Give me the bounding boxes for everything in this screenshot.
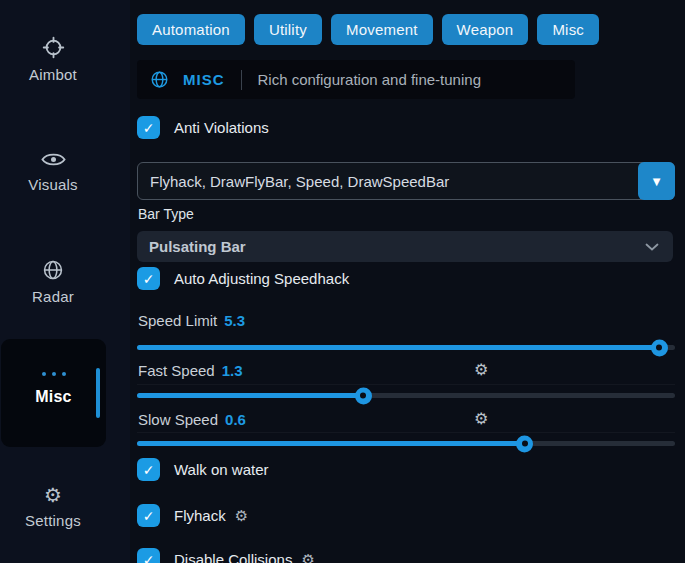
slider-label-row: Speed Limit 5.3 [138, 312, 245, 329]
slider-label-row: Fast Speed 1.3 [138, 362, 243, 379]
section-title: MISC [183, 71, 225, 88]
ellipsis-icon [1, 339, 106, 376]
globe-icon [0, 259, 106, 281]
content-panel: Automation Utility Movement Weapon Misc … [137, 0, 675, 563]
checkbox-checked-icon[interactable]: ✓ [137, 458, 160, 481]
speed-limit-slider[interactable] [137, 345, 675, 350]
slider-label: Fast Speed [138, 362, 215, 379]
checkbox-row-anti-violations[interactable]: ✓ Anti Violations [137, 116, 269, 139]
cheat-menu-window: Aimbot Visuals Radar Mi [0, 0, 685, 563]
select-value: Pulsating Bar [149, 238, 246, 255]
gear-icon: ⚙ [0, 485, 106, 505]
slider-handle[interactable] [651, 339, 668, 356]
sidebar-item-radar[interactable]: Radar [0, 259, 106, 305]
checkbox-label: Flyhack [174, 507, 226, 524]
tab-weapon[interactable]: Weapon [442, 14, 529, 45]
sidebar-item-misc[interactable]: Misc [1, 339, 106, 447]
crosshair-icon [0, 36, 106, 59]
triangle-down-icon: ▼ [653, 176, 661, 187]
sidebar-item-label: Settings [0, 512, 106, 529]
sidebar-item-visuals[interactable]: Visuals [0, 150, 106, 193]
checkbox-row-flyhack[interactable]: ✓ Flyhack ⚙ [137, 504, 248, 527]
sidebar-item-label: Misc [1, 388, 106, 406]
checkbox-label: Walk on water [174, 461, 268, 478]
slider-handle[interactable] [516, 435, 533, 452]
fast-speed-slider[interactable] [137, 393, 675, 398]
category-tabs: Automation Utility Movement Weapon Misc [137, 14, 599, 45]
bar-type-label: Bar Type [138, 206, 194, 222]
section-subtitle: Rich configuration and fine-tuning [258, 71, 481, 88]
sidebar: Aimbot Visuals Radar Mi [0, 0, 130, 563]
divider [241, 70, 242, 90]
active-indicator-bar [96, 368, 100, 418]
sidebar-item-aimbot[interactable]: Aimbot [0, 36, 106, 83]
slider-handle[interactable] [355, 387, 372, 404]
checkbox-row-walk-on-water[interactable]: ✓ Walk on water [137, 458, 268, 481]
chevron-down-icon [645, 243, 659, 251]
gear-icon[interactable]: ⚙ [235, 507, 248, 525]
slider-label-row: Slow Speed 0.6 [138, 411, 246, 428]
sidebar-item-label: Radar [0, 288, 106, 305]
slider-label: Speed Limit [138, 312, 217, 329]
slider-fill [137, 393, 363, 398]
slider-label: Slow Speed [138, 411, 218, 428]
globe-icon [150, 70, 169, 89]
slider-fill [137, 441, 524, 446]
checkbox-label: Auto Adjusting Speedhack [174, 270, 349, 287]
slow-speed-slider[interactable] [137, 441, 675, 446]
gear-icon[interactable]: ⚙ [474, 362, 488, 378]
slider-fill [137, 345, 659, 350]
checkbox-checked-icon[interactable]: ✓ [137, 548, 160, 563]
tab-automation[interactable]: Automation [137, 14, 245, 45]
eye-icon [0, 150, 106, 169]
multiselect-value: Flyhack, DrawFlyBar, Speed, DrawSpeedBar [150, 173, 449, 190]
tab-movement[interactable]: Movement [331, 14, 433, 45]
checkbox-label: Anti Violations [174, 119, 269, 136]
gear-icon[interactable]: ⚙ [301, 551, 314, 563]
tab-misc[interactable]: Misc [537, 14, 599, 45]
checkbox-row-disable-collisions[interactable]: ✓ Disable Collisions ⚙ [137, 548, 315, 563]
divider [137, 432, 675, 433]
checkbox-checked-icon[interactable]: ✓ [137, 116, 160, 139]
gear-icon[interactable]: ⚙ [474, 411, 488, 427]
checkbox-checked-icon[interactable]: ✓ [137, 504, 160, 527]
bar-type-select[interactable]: Pulsating Bar [137, 231, 673, 262]
divider [137, 384, 675, 385]
slider-value: 0.6 [225, 411, 246, 428]
checkbox-checked-icon[interactable]: ✓ [137, 267, 160, 290]
bar-multiselect[interactable]: Flyhack, DrawFlyBar, Speed, DrawSpeedBar… [137, 162, 675, 200]
sidebar-item-label: Visuals [0, 176, 106, 193]
checkbox-label: Disable Collisions [174, 551, 292, 563]
multiselect-dropdown-button[interactable]: ▼ [638, 162, 675, 200]
sidebar-item-settings[interactable]: ⚙ Settings [0, 485, 106, 529]
slider-value: 1.3 [222, 362, 243, 379]
tab-utility[interactable]: Utility [254, 14, 322, 45]
sidebar-item-label: Aimbot [0, 66, 106, 83]
checkbox-row-auto-adjusting[interactable]: ✓ Auto Adjusting Speedhack [137, 267, 349, 290]
section-banner: MISC Rich configuration and fine-tuning [137, 60, 575, 99]
slider-value: 5.3 [224, 312, 245, 329]
